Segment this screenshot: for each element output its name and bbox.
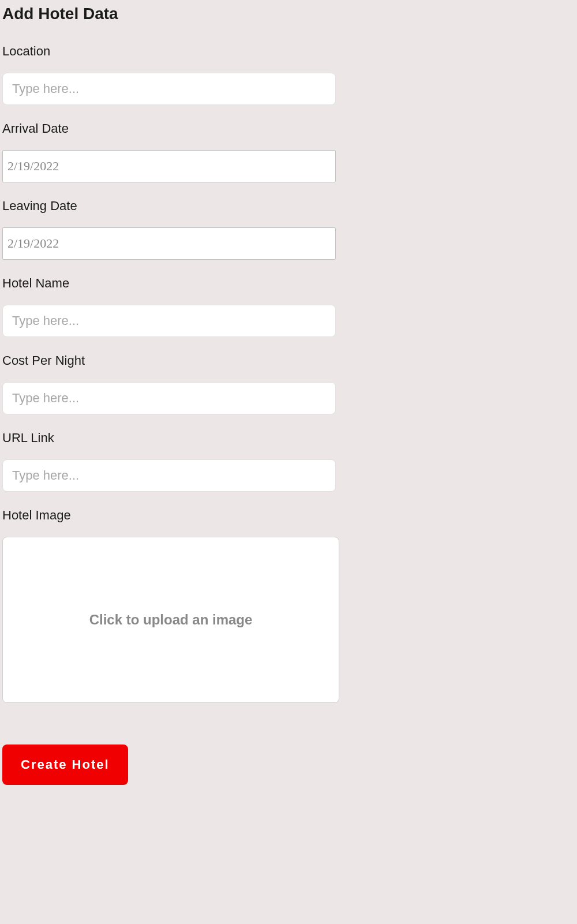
leaving-date-input[interactable] <box>2 227 336 260</box>
hotel-image-label: Hotel Image <box>2 508 575 523</box>
hotel-name-input[interactable] <box>2 305 336 337</box>
page-title: Add Hotel Data <box>2 5 575 23</box>
location-label: Location <box>2 44 575 59</box>
url-label: URL Link <box>2 431 575 446</box>
leaving-date-label: Leaving Date <box>2 199 575 214</box>
location-input[interactable] <box>2 73 336 105</box>
cost-input[interactable] <box>2 382 336 414</box>
arrival-date-input[interactable] <box>2 150 336 182</box>
create-hotel-button[interactable]: Create Hotel <box>2 745 128 785</box>
hotel-name-label: Hotel Name <box>2 276 575 291</box>
cost-label: Cost Per Night <box>2 353 575 368</box>
upload-text: Click to upload an image <box>89 612 253 628</box>
arrival-date-label: Arrival Date <box>2 121 575 136</box>
image-upload-box[interactable]: Click to upload an image <box>2 537 339 703</box>
url-input[interactable] <box>2 459 336 492</box>
